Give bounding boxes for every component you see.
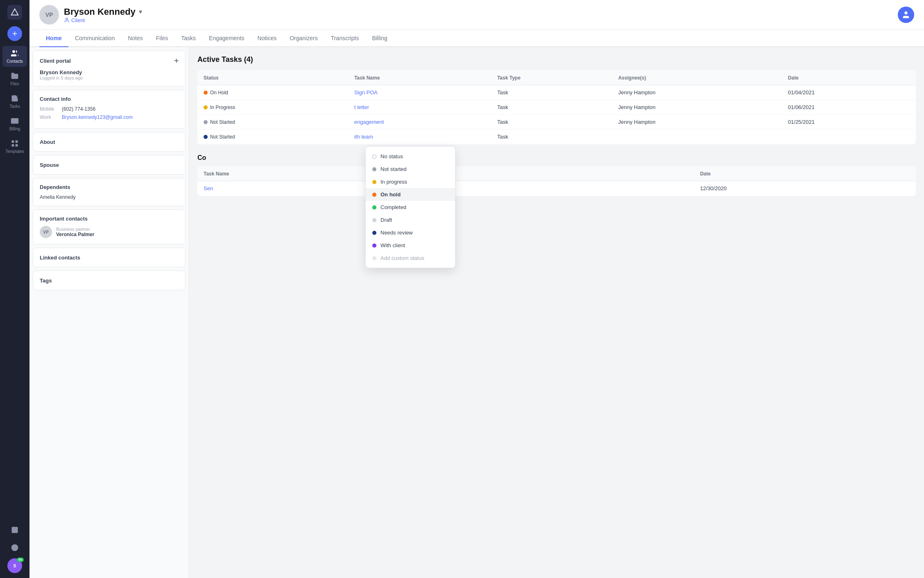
svg-rect-9: [12, 527, 18, 533]
date: 01/25/2021: [788, 119, 815, 125]
with-client-dot: [372, 243, 376, 248]
header-user-button[interactable]: [898, 7, 914, 23]
on-hold-dot: [372, 193, 376, 197]
tab-notices[interactable]: Notices: [251, 30, 283, 47]
table-row: Not Started ith team Task: [198, 130, 916, 144]
client-portal-title: Client portal: [40, 58, 71, 64]
dropdown-item-in-progress[interactable]: In progress: [366, 175, 455, 188]
dropdown-item-not-started[interactable]: Not started: [366, 163, 455, 175]
spouse-title[interactable]: Spouse: [40, 162, 59, 168]
dropdown-item-needs-review[interactable]: Needs review: [366, 226, 455, 239]
task-type: Task: [497, 134, 508, 140]
dropdown-item-draft[interactable]: Draft: [366, 214, 455, 226]
sidebar-item-calendar[interactable]: [2, 522, 27, 537]
notification-badge: 55: [17, 558, 24, 562]
tab-transcripts[interactable]: Transcripts: [324, 30, 366, 47]
dependents-section: Dependents Amelia Kennedy: [33, 178, 186, 206]
important-contacts-section: Important contacts VP Business partner V…: [33, 209, 186, 244]
on-hold-label: On hold: [380, 191, 401, 198]
linked-contacts-title[interactable]: Linked contacts: [40, 255, 80, 261]
svg-point-14: [66, 18, 68, 20]
svg-rect-7: [16, 144, 18, 147]
date: 01/06/2021: [788, 104, 815, 110]
left-panel: Client portal + Bryson Kennedy Logged in…: [29, 47, 189, 578]
sidebar-item-billing-label: Billing: [9, 127, 20, 131]
svg-point-2: [12, 50, 15, 53]
about-section: About: [33, 132, 186, 152]
col-task-name: Task Name: [349, 71, 491, 85]
client-portal-add-icon[interactable]: +: [174, 57, 179, 65]
about-title[interactable]: About: [40, 139, 55, 145]
tags-title[interactable]: Tags: [40, 278, 52, 284]
tab-files[interactable]: Files: [149, 30, 175, 47]
tab-engagements[interactable]: Engagements: [202, 30, 251, 47]
with-client-label: With client: [380, 242, 405, 248]
dropdown-item-on-hold[interactable]: On hold: [366, 188, 455, 201]
dropdown-item-with-client[interactable]: With client: [366, 239, 455, 252]
tab-tasks[interactable]: Tasks: [174, 30, 202, 47]
task-name[interactable]: Sign POA: [354, 89, 378, 96]
completed-tasks-title: Co: [197, 154, 916, 162]
not-started-dot: [372, 167, 376, 171]
dropdown-item-no-status[interactable]: No status: [366, 150, 455, 163]
task-name[interactable]: t letter: [354, 104, 369, 110]
tab-home[interactable]: Home: [39, 30, 68, 47]
add-button[interactable]: [7, 26, 22, 41]
dropdown-item-add-custom[interactable]: Add custom status: [366, 252, 455, 264]
contact-info-title: Contact info: [40, 96, 71, 102]
tab-communication[interactable]: Communication: [68, 30, 121, 47]
dependent-name: Amelia Kennedy: [40, 194, 75, 200]
work-value[interactable]: Bryson.kennedy123@gmail.com: [62, 114, 133, 120]
page-header: VP Bryson Kennedy ▾ Client: [29, 0, 924, 30]
client-portal-user-name: Bryson Kennedy: [40, 69, 179, 75]
status-dot: [204, 105, 208, 109]
table-row: Not Started engagement Task Jenny Hampto…: [198, 115, 916, 130]
no-status-label: No status: [380, 153, 403, 159]
sidebar-item-tasks[interactable]: Tasks: [2, 91, 27, 112]
sidebar-item-files-label: Files: [10, 82, 19, 86]
col-assignees: Assignee(s): [612, 71, 782, 85]
sidebar-item-templates[interactable]: Templates: [2, 136, 27, 157]
sidebar-item-timer[interactable]: [2, 540, 27, 555]
status-badge-inprogress[interactable]: In Progress: [204, 105, 343, 110]
tab-notes[interactable]: Notes: [121, 30, 149, 47]
tab-billing[interactable]: Billing: [365, 30, 394, 47]
status-dot: [204, 120, 208, 124]
status-badge-navy[interactable]: Not Started: [204, 134, 343, 140]
sidebar-item-contacts[interactable]: Contacts: [2, 46, 27, 67]
important-contact-role: Business partner: [56, 227, 94, 232]
table-row: On Hold Sign POA Task Jenny Hampton 01/0…: [198, 85, 916, 100]
assignee: Jenny Hampton: [618, 89, 655, 96]
app-logo[interactable]: [7, 5, 22, 20]
dropdown-item-completed[interactable]: Completed: [366, 201, 455, 214]
status-label: On Hold: [210, 90, 228, 96]
contact-type[interactable]: Client: [64, 17, 142, 23]
task-name[interactable]: ith team: [354, 134, 373, 140]
active-tasks-title: Active Tasks (4): [197, 55, 916, 64]
status-dropdown: No status Not started In progress On hol…: [365, 146, 455, 268]
status-label: Not Started: [210, 119, 235, 125]
table-row: In Progress t letter Task Jenny Hampton …: [198, 100, 916, 115]
completed-dot: [372, 205, 376, 209]
draft-dot: [372, 218, 376, 222]
task-type: Task: [497, 104, 508, 110]
status-badge-onhold[interactable]: On Hold: [204, 90, 343, 96]
active-tasks-table: Status Task Name Task Type Assignee(s) D…: [197, 71, 916, 144]
sidebar-item-files[interactable]: Files: [2, 68, 27, 89]
completed-date: 12/30/2020: [700, 185, 727, 191]
assignee: Jenny Hampton: [618, 104, 655, 110]
task-name[interactable]: engagement: [354, 119, 384, 125]
user-avatar[interactable]: S 55: [7, 558, 22, 573]
tags-section: Tags: [33, 271, 186, 290]
col-status: Status: [198, 71, 349, 85]
status-badge-notstarted[interactable]: Not Started: [204, 119, 343, 125]
svg-rect-3: [11, 118, 18, 123]
sidebar-item-billing[interactable]: Billing: [2, 114, 27, 134]
in-progress-label: In progress: [380, 179, 407, 185]
linked-contacts-section: Linked contacts: [33, 248, 186, 267]
completed-task-name[interactable]: Sen: [204, 185, 213, 191]
contact-name-dropdown-icon[interactable]: ▾: [139, 8, 142, 16]
no-status-icon: [372, 155, 376, 159]
tab-organizers[interactable]: Organizers: [283, 30, 324, 47]
important-contact-item: VP Business partner Veronica Palmer: [40, 226, 179, 238]
